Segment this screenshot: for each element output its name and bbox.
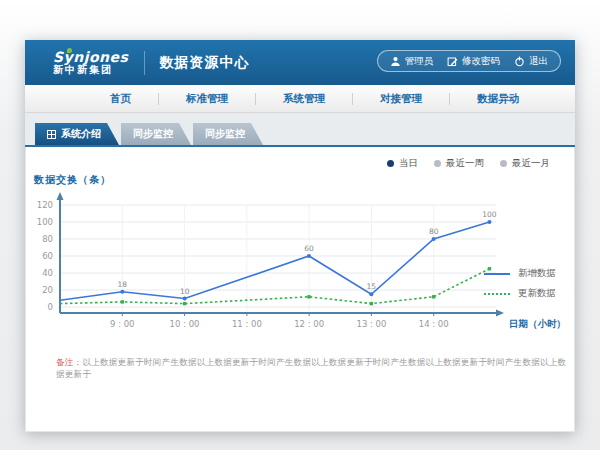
logout-label: 退出 [529,55,548,68]
y-axis-arrow [57,192,64,200]
radio-icon [434,160,441,167]
logo-leaf-icon [67,48,72,53]
data-point [307,295,310,298]
footnote-text: 以上数据更新于时间产生数据以上数据更新于时间产生数据以上数据更新于时间产生数据以… [56,357,566,379]
power-icon [514,56,525,67]
x-tick-label: 12 : 00 [294,319,324,329]
radio-icon [500,160,507,167]
footnote-prefix: 备注： [56,357,82,367]
point-label: 60 [304,244,314,253]
data-point [183,302,186,305]
nav-item-system-management[interactable]: 系统管理 [256,92,352,106]
user-toolbar: 管理员 修改密码 退出 [377,50,562,72]
point-label: 18 [118,280,128,289]
y-tick-label: 80 [42,234,53,244]
data-point [487,220,491,224]
point-label: 80 [429,227,439,236]
data-point [369,292,373,296]
logo-text-en: Synjones [53,50,128,65]
tab-label: 同步监控 [205,127,245,141]
x-tick-label: 9 : 00 [110,319,134,329]
point-label: 100 [482,210,497,219]
logo-text-cn: 新中新集团 [53,65,128,76]
filter-label: 最近一月 [512,157,550,170]
legend-label: 更新数据 [518,287,556,300]
logout-button[interactable]: 退出 [514,55,548,68]
dotted-line-swatch [484,293,510,295]
user-menu-button[interactable]: 管理员 [390,55,434,68]
legend-item-new-data[interactable]: 新增数据 [484,267,556,280]
tab-sync-monitor-1[interactable]: 同步监控 [121,123,191,145]
data-point [432,237,436,241]
chart-legend: 新增数据 更新数据 [484,267,556,300]
period-filter-group: 当日 最近一周 最近一月 [387,157,550,170]
header-divider [144,51,145,75]
filter-last-week[interactable]: 最近一周 [434,157,484,170]
point-label: 15 [367,282,377,291]
tab-label: 系统介绍 [61,127,101,141]
app-title: 数据资源中心 [159,54,249,72]
change-password-button[interactable]: 修改密码 [447,55,500,68]
y-tick-label: 40 [42,268,53,278]
nav-item-standard-management[interactable]: 标准管理 [159,92,255,106]
point-label: 10 [180,287,190,296]
x-tick-label: 10 : 00 [170,319,200,329]
edit-icon [447,56,458,67]
company-logo: Synjones 新中新集团 [53,50,128,75]
change-password-label: 修改密码 [462,55,500,68]
y-axis-title: 数据交换（条） [34,173,574,187]
filter-today[interactable]: 当日 [387,157,418,170]
tab-strip: 系统介绍 同步监控 同步监控 [25,113,575,147]
x-tick-label: 11 : 00 [232,319,262,329]
grid-icon [47,130,56,139]
tab-system-intro[interactable]: 系统介绍 [35,123,119,145]
main-nav: 首页 标准管理 系统管理 对接管理 数据异动 [25,85,575,113]
x-tick-label: 13 : 00 [356,319,386,329]
y-tick-label: 120 [37,200,53,210]
user-label: 管理员 [405,55,434,68]
y-tick-label: 0 [48,302,53,312]
y-tick-label: 100 [37,217,53,227]
top-header: Synjones 新中新集团 数据资源中心 管理员 修改密码 [25,40,575,85]
legend-label: 新增数据 [518,267,556,280]
legend-item-updated-data[interactable]: 更新数据 [484,287,556,300]
data-point [307,254,311,258]
x-axis-arrow [496,310,504,317]
radio-icon [387,160,394,167]
tab-sync-monitor-2[interactable]: 同步监控 [193,123,263,145]
nav-item-home[interactable]: 首页 [83,92,158,106]
x-tick-label: 14 : 00 [419,319,449,329]
data-point [121,300,124,303]
tab-label: 同步监控 [133,127,173,141]
y-tick-label: 20 [42,285,53,295]
line-chart: 0204060801001209 : 0010 : 0011 : 0012 : … [26,189,566,341]
data-point [432,295,435,298]
content-panel: 当日 最近一周 最近一月 数据交换（条） 0204060801001209 : … [25,147,575,432]
user-icon [390,56,401,67]
data-point [120,290,124,294]
data-point [183,297,187,301]
chart-area: 0204060801001209 : 0010 : 0011 : 0012 : … [26,189,574,341]
filter-last-month[interactable]: 最近一月 [500,157,550,170]
x-axis-title: 日期（小时） [509,318,566,330]
data-point [370,302,373,305]
filter-label: 当日 [399,157,418,170]
nav-item-data-changes[interactable]: 数据异动 [450,92,546,106]
solid-line-swatch [484,273,510,275]
footnote: 备注：以上数据更新于时间产生数据以上数据更新于时间产生数据以上数据更新于时间产生… [56,357,574,381]
filter-label: 最近一周 [446,157,484,170]
y-tick-label: 60 [42,251,53,261]
app-window: Synjones 新中新集团 数据资源中心 管理员 修改密码 [25,40,575,432]
nav-item-interface-management[interactable]: 对接管理 [353,92,449,106]
